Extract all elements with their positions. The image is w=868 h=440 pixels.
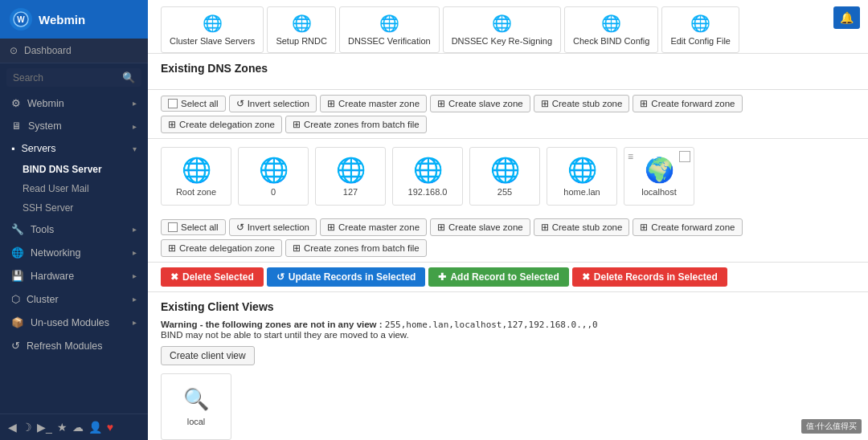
sidebar-item-cluster[interactable]: ⬡Cluster ▸ — [0, 287, 148, 311]
sidebar-item-refresh-modules[interactable]: ↺Refresh Modules — [0, 334, 148, 357]
sidebar-item-read-user-mail[interactable]: Read User Mail — [0, 179, 148, 198]
delete-selected-btn[interactable]: ✖ Delete Selected — [161, 267, 264, 287]
x-icon: ✖ — [170, 271, 178, 283]
sidebar-logo[interactable]: W Webmin — [0, 0, 148, 39]
globe-icon: 🌐 — [413, 156, 443, 184]
setup-rndc-icon: 🌐 — [292, 14, 312, 33]
sidebar-item-unused-modules[interactable]: 📦Un-used Modules ▸ — [0, 311, 148, 334]
sidebar-item-hardware[interactable]: 💾Hardware ▸ — [0, 264, 148, 287]
create-forward-zone-btn-top[interactable]: ⊞ Create forward zone — [633, 95, 742, 112]
plus-icon: ⊞ — [541, 222, 549, 233]
sidebar-item-servers[interactable]: ▪Servers ▾ — [0, 137, 148, 160]
setup-rndc-card[interactable]: 🌐 Setup RNDC — [267, 6, 336, 53]
cluster-slave-icon: 🌐 — [203, 14, 223, 33]
checkbox-overlay[interactable] — [679, 151, 690, 162]
zone-127[interactable]: 🌐 127 — [315, 147, 386, 206]
dnssec-key-resign-card[interactable]: 🌐 DNSSEC Key Re-Signing — [443, 6, 561, 53]
create-slave-zone-btn-bottom[interactable]: ⊞ Create slave zone — [430, 218, 530, 236]
dnssec-verification-card[interactable]: 🌐 DNSSEC Verification — [339, 6, 440, 53]
zone-root[interactable]: 🌐 Root zone — [161, 147, 231, 206]
zone-root-label: Root zone — [176, 187, 216, 197]
dns-zones-toolbar-bottom: Select all ↺ Invert selection ⊞ Create m… — [148, 214, 868, 263]
create-master-zone-btn-top[interactable]: ⊞ Create master zone — [320, 95, 427, 112]
create-forward-zone-btn-bottom[interactable]: ⊞ Create forward zone — [633, 218, 742, 236]
globe-icon: 🌐 — [259, 156, 289, 184]
sidebar-icon-prev[interactable]: ◀ — [8, 421, 17, 434]
search-input[interactable] — [13, 72, 119, 84]
top-zone-icons-row: 🌐 Cluster Slave Servers 🌐 Setup RNDC 🌐 D… — [148, 0, 868, 54]
dns-zones-title: Existing DNS Zones — [161, 62, 855, 75]
edit-config-icon: 🌐 — [690, 14, 710, 33]
globe-icon: 🌐 — [336, 156, 366, 184]
create-delegation-zone-btn-top[interactable]: ⊞ Create delegation zone — [161, 116, 282, 133]
refresh-icon: ↺ — [276, 271, 285, 283]
sidebar-item-networking[interactable]: 🌐Networking ▸ — [0, 241, 148, 264]
sidebar-item-bind-dns[interactable]: BIND DNS Server — [0, 160, 148, 179]
create-zones-batch-btn-bottom[interactable]: ⊞ Create zones from batch file — [285, 239, 427, 257]
sidebar-item-webmin[interactable]: ⚙Webmin ▸ — [0, 92, 148, 115]
add-record-btn[interactable]: ✚ Add Record to Selected — [428, 267, 568, 287]
create-stub-zone-btn-top[interactable]: ⊞ Create stub zone — [534, 95, 630, 112]
sidebar-dashboard-item[interactable]: ⊙ Dashboard — [0, 39, 148, 63]
delete-records-selected-btn[interactable]: ✖ Delete Records in Selected — [572, 267, 727, 287]
sidebar-search-box[interactable]: 🔍 — [6, 68, 141, 87]
zone-0-label: 0 — [271, 187, 276, 197]
create-slave-zone-btn-top[interactable]: ⊞ Create slave zone — [430, 95, 530, 112]
cluster-slave-servers-card[interactable]: 🌐 Cluster Slave Servers — [161, 6, 264, 53]
edit-config-label: Edit Config File — [670, 36, 731, 46]
x-icon: ✖ — [582, 271, 590, 283]
dns-zones-section-header: Existing DNS Zones — [148, 54, 868, 90]
sidebar-icon-people[interactable]: 👤 — [88, 421, 102, 434]
hardware-nav-icon: 💾 — [11, 270, 24, 282]
read-user-mail-label: Read User Mail — [23, 183, 89, 194]
bell-icon: 🔔 — [840, 11, 854, 24]
warning-suffix: BIND may not be able to start until they… — [161, 330, 409, 340]
update-records-btn[interactable]: ↺ Update Records in Selected — [267, 267, 426, 287]
sidebar-icon-wifi[interactable]: ☁ — [72, 421, 84, 434]
plus-icon: ⊞ — [327, 222, 335, 233]
create-delegation-zone-btn-bottom[interactable]: ⊞ Create delegation zone — [161, 239, 282, 257]
edit-config-file-card[interactable]: 🌐 Edit Config File — [661, 6, 739, 53]
zone-0[interactable]: 🌐 0 — [238, 147, 309, 206]
create-stub-zone-btn-bottom[interactable]: ⊞ Create stub zone — [534, 218, 630, 236]
chevron-right-icon: ▸ — [133, 295, 137, 304]
plus-icon: ⊞ — [437, 222, 445, 233]
bell-button[interactable]: 🔔 — [833, 6, 860, 29]
local-view-label: local — [187, 417, 206, 426]
sidebar-item-ssh-server[interactable]: SSH Server — [0, 198, 148, 218]
dnssec-resign-icon: 🌐 — [492, 14, 512, 33]
zone-homelan-label: home.lan — [563, 187, 600, 197]
ssh-server-label: SSH Server — [23, 202, 73, 214]
setup-rndc-label: Setup RNDC — [276, 36, 327, 46]
sidebar-icon-moon[interactable]: ☽ — [22, 421, 32, 434]
sidebar-item-tools[interactable]: 🔧Tools ▸ — [0, 218, 148, 241]
zone-192-168-0[interactable]: 🌐 192.168.0 — [392, 147, 463, 206]
dnssec-verif-icon: 🌐 — [379, 14, 399, 33]
zone-homelan[interactable]: 🌐 home.lan — [547, 147, 617, 206]
create-master-zone-btn-bottom[interactable]: ⊞ Create master zone — [320, 218, 427, 236]
plus-icon: ⊞ — [293, 119, 301, 130]
local-view-card[interactable]: 🔍 local — [161, 373, 231, 440]
check-bind-config-card[interactable]: 🌐 Check BIND Config — [564, 6, 658, 53]
client-views-title: Existing Client Views — [161, 300, 855, 313]
sidebar-icon-star[interactable]: ★ — [57, 421, 68, 434]
dnssec-verif-label: DNSSEC Verification — [348, 36, 431, 46]
zone-localhost[interactable]: ≡ 🌍 localhost — [624, 147, 694, 206]
select-all-btn-bottom[interactable]: Select all — [161, 219, 226, 235]
chevron-right-icon: ▸ — [133, 225, 137, 234]
sidebar-item-system[interactable]: 🖥System ▸ — [0, 115, 148, 137]
create-client-view-btn-top[interactable]: Create client view — [161, 346, 255, 365]
magnifier-icon: 🔍 — [183, 387, 209, 412]
chevron-right-icon: ▸ — [133, 271, 137, 280]
zone-255[interactable]: 🌐 255 — [469, 147, 540, 206]
plus-icon: ⊞ — [640, 222, 648, 233]
invert-selection-btn-top[interactable]: ↺ Invert selection — [229, 95, 317, 112]
sidebar-icon-terminal[interactable]: ▶_ — [37, 421, 52, 434]
create-zones-batch-btn-top[interactable]: ⊞ Create zones from batch file — [285, 116, 427, 133]
sidebar-icon-heart[interactable]: ♥ — [107, 421, 113, 434]
select-all-btn-top[interactable]: Select all — [161, 96, 226, 112]
checkbox-icon — [168, 222, 178, 232]
warning-zones: 255,home.lan,localhost,127,192.168.0.,,0 — [385, 320, 598, 330]
invert-selection-btn-bottom[interactable]: ↺ Invert selection — [229, 218, 317, 236]
sidebar-logo-label: Webmin — [39, 13, 85, 26]
